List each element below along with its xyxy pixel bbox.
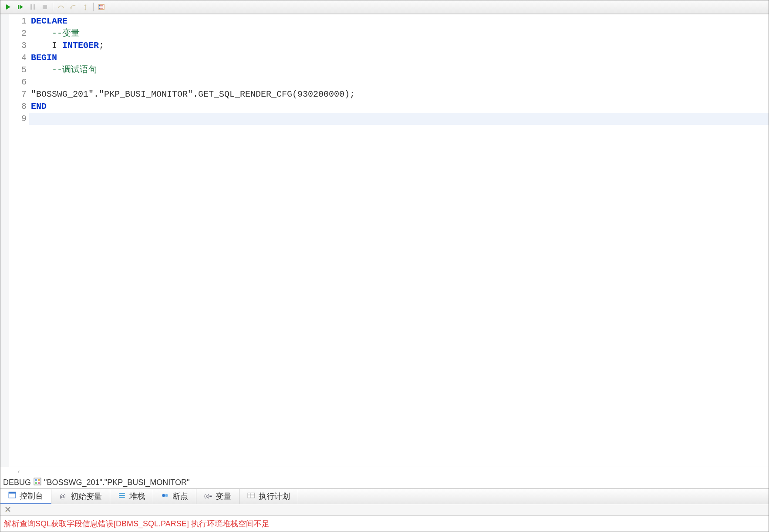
marker-column [0, 14, 9, 467]
line-number: 9 [9, 113, 29, 125]
step-over-icon [57, 3, 64, 10]
tab-initvars[interactable]: @初始变量 [51, 489, 110, 504]
debug-label: DEBUG [3, 478, 31, 487]
debug-status-bar: DEBUG "BOSSWG_201"."PKP_BUSI_MONITOR" [0, 476, 769, 489]
toolbar-separator [53, 3, 53, 11]
line-number: 3 [9, 40, 29, 52]
line-content[interactable]: --变量 [29, 27, 769, 40]
svg-rect-19 [119, 493, 125, 494]
tab-label: 变量 [216, 491, 231, 502]
svg-marker-7 [70, 7, 72, 10]
tab-label: 初始变量 [71, 491, 102, 502]
code-line[interactable]: 9 [9, 113, 769, 125]
tab-breakpts[interactable]: 断点 [153, 489, 196, 504]
stack-icon [118, 492, 126, 502]
run-button[interactable] [3, 2, 13, 12]
stop-button[interactable] [40, 2, 50, 12]
line-number: 5 [9, 64, 29, 76]
initvars-icon: @ [59, 492, 67, 502]
svg-point-23 [165, 494, 168, 497]
debug-target: "BOSSWG_201"."PKP_BUSI_MONITOR" [44, 478, 189, 487]
toolbar [0, 0, 769, 14]
line-content[interactable]: END [29, 101, 769, 113]
code-line[interactable]: ○7"BOSSWG_201"."PKP_BUSI_MONITOR".GET_SQ… [9, 88, 769, 101]
code-line[interactable]: 6 [9, 76, 769, 88]
svg-rect-13 [38, 479, 40, 481]
line-content[interactable] [29, 76, 769, 88]
svg-point-22 [162, 494, 165, 497]
svg-text:@: @ [60, 492, 65, 499]
code-line[interactable]: 8END [9, 101, 769, 113]
step-into-button[interactable] [15, 2, 26, 12]
app-root: 1DECLARE2 --变量3 I INTEGER;4BEGIN5 --调试语句… [0, 0, 769, 532]
pause-icon [29, 3, 36, 10]
line-number: 8 [9, 101, 29, 113]
line-number: 7 [9, 88, 29, 101]
console-output: 解析查询SQL获取字段信息错误[DBMS_SQL.PARSE] 执行环境堆栈空间… [0, 516, 769, 532]
svg-rect-15 [38, 482, 40, 484]
svg-marker-0 [6, 4, 10, 10]
svg-point-9 [85, 9, 86, 10]
step-out-button[interactable] [80, 2, 91, 12]
svg-rect-17 [9, 492, 16, 493]
tab-stack[interactable]: 堆栈 [110, 489, 153, 504]
bottom-tab-bar: 控制台@初始变量堆栈断点(x)=变量执行计划 [0, 489, 769, 504]
console-toolbar [0, 504, 769, 516]
play-icon [5, 3, 12, 10]
svg-rect-5 [43, 5, 47, 9]
svg-rect-4 [34, 4, 35, 10]
tab-vars[interactable]: (x)=变量 [196, 489, 239, 504]
tab-console[interactable]: 控制台 [0, 489, 51, 504]
tab-label: 断点 [172, 491, 188, 502]
line-content[interactable]: --调试语句 [29, 64, 769, 76]
code-line[interactable]: 5 --调试语句 [9, 64, 769, 76]
step-return-icon [70, 3, 77, 10]
pause-button[interactable] [27, 2, 38, 12]
svg-marker-8 [84, 4, 87, 6]
line-content[interactable]: BEGIN [29, 52, 769, 64]
code-line[interactable]: 3 I INTEGER; [9, 40, 769, 52]
svg-rect-20 [119, 495, 125, 495]
line-content[interactable]: I INTEGER; [29, 40, 769, 52]
svg-rect-12 [35, 479, 37, 481]
plan-icon [247, 492, 255, 502]
breakpoint-icon [161, 492, 169, 502]
debug-options-icon [98, 3, 105, 10]
code-editor[interactable]: 1DECLARE2 --变量3 I INTEGER;4BEGIN5 --调试语句… [0, 14, 769, 467]
code-line[interactable]: 2 --变量 [9, 27, 769, 40]
step-out-icon [82, 3, 89, 10]
code-line[interactable]: 4BEGIN [9, 52, 769, 64]
clear-console-icon [4, 506, 11, 514]
tab-label: 堆栈 [129, 491, 145, 502]
svg-rect-21 [119, 497, 125, 498]
console-icon [8, 491, 16, 501]
line-number: 4 [9, 52, 29, 64]
step-into-icon [17, 3, 24, 10]
line-number: 1 [9, 15, 29, 27]
tab-explain[interactable]: 执行计划 [239, 489, 298, 504]
debug-options-button[interactable] [96, 2, 107, 12]
code-area[interactable]: 1DECLARE2 --变量3 I INTEGER;4BEGIN5 --调试语句… [9, 14, 769, 467]
line-number: 2 [9, 27, 29, 40]
svg-marker-2 [20, 5, 23, 9]
svg-text:(x)=: (x)= [204, 493, 212, 498]
step-return-button[interactable] [68, 2, 78, 12]
stop-icon [41, 3, 48, 10]
svg-rect-14 [35, 482, 37, 484]
vars-icon: (x)= [204, 492, 212, 502]
tab-label: 控制台 [20, 491, 43, 501]
clear-console-button[interactable] [3, 505, 13, 515]
line-content[interactable]: DECLARE [29, 15, 769, 27]
svg-rect-25 [248, 493, 255, 498]
svg-rect-3 [30, 4, 32, 10]
package-icon [34, 478, 41, 488]
step-over-button[interactable] [56, 2, 66, 12]
code-line[interactable]: 1DECLARE [9, 15, 769, 27]
toolbar-separator [93, 3, 94, 11]
editor-hscroll[interactable]: ‹ [0, 467, 769, 476]
line-content[interactable]: "BOSSWG_201"."PKP_BUSI_MONITOR".GET_SQL_… [29, 88, 769, 101]
line-content[interactable] [29, 113, 769, 125]
chevron-left-icon: ‹ [18, 468, 20, 475]
line-number: 6 [9, 76, 29, 88]
svg-rect-1 [18, 5, 19, 9]
